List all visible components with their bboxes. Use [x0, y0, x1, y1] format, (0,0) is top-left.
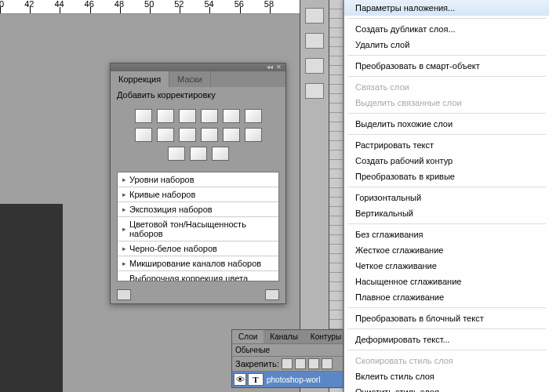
dock-paragraph-icon[interactable]: [305, 83, 324, 99]
menu-separator: [347, 55, 546, 56]
menu-item: Связать слои: [344, 79, 549, 95]
menu-item[interactable]: Удалить слой: [344, 37, 549, 53]
ruler-tick: 58: [270, 7, 300, 13]
preset-item[interactable]: Экспозиция наборов: [118, 202, 278, 217]
trash-icon[interactable]: [265, 289, 279, 300]
adjustment-icons-grid: [111, 103, 285, 167]
lock-label: Закрепить:: [235, 359, 279, 368]
menu-separator: [347, 350, 546, 350]
menu-blending-options[interactable]: Параметры наложения...: [344, 0, 549, 16]
vibrance-icon[interactable]: [223, 109, 240, 123]
dock-brush-icon[interactable]: [305, 33, 324, 49]
panel-footer: [111, 286, 285, 303]
panel-titlebar[interactable]: ◂◂ ✕: [111, 64, 285, 71]
tab-paths[interactable]: Контуры: [304, 330, 347, 343]
visibility-eye-icon[interactable]: 👁: [234, 373, 246, 386]
layer-item[interactable]: 👁 T photoshop-worl: [232, 371, 343, 387]
menu-item[interactable]: Деформировать текст...: [344, 332, 549, 347]
menu-item[interactable]: Четкое сглаживание: [344, 258, 549, 274]
panel-subhead: Добавить корректировку: [111, 87, 285, 103]
exposure-icon[interactable]: [201, 109, 218, 123]
hue-icon[interactable]: [245, 109, 262, 123]
dock-md-icon[interactable]: [305, 8, 324, 24]
close-icon[interactable]: ✕: [276, 65, 282, 70]
levels-icon[interactable]: [157, 109, 174, 123]
menu-item[interactable]: Создать дубликат слоя...: [344, 21, 549, 37]
preset-item[interactable]: Микширование каналов наборов: [118, 256, 278, 271]
bw-icon[interactable]: [157, 128, 174, 142]
menu-separator: [347, 307, 546, 308]
menu-item[interactable]: Насыщенное сглаживание: [344, 274, 549, 289]
tab-layers[interactable]: Слои: [232, 330, 264, 343]
menu-item[interactable]: Без сглаживания: [344, 227, 549, 242]
menu-item[interactable]: Очистить стиль слоя: [344, 384, 549, 392]
gradient-map-icon[interactable]: [190, 147, 207, 161]
blend-mode-select[interactable]: Обычные: [235, 346, 270, 354]
menu-item[interactable]: Вертикальный: [344, 205, 549, 221]
layers-tabs: Слои Каналы Контуры: [232, 330, 343, 343]
curves-icon[interactable]: [179, 109, 196, 123]
channel-mixer-icon[interactable]: [201, 128, 218, 142]
menu-item[interactable]: Горизонтальный: [344, 190, 549, 205]
menu-separator: [347, 223, 546, 224]
lock-transparent-icon[interactable]: [282, 358, 293, 369]
menu-item[interactable]: Плавное сглаживание: [344, 289, 549, 305]
menu-item[interactable]: Выделить похожие слои: [344, 116, 549, 132]
menu-item: Скопировать стиль слоя: [344, 353, 549, 368]
preset-item[interactable]: Кривые наборов: [118, 187, 278, 202]
threshold-icon[interactable]: [168, 147, 185, 161]
panel-tabs: Коррекция Маски: [111, 71, 285, 87]
lock-row: Закрепить:: [232, 356, 343, 371]
photo-filter-icon[interactable]: [179, 128, 196, 142]
tab-masks[interactable]: Маски: [169, 71, 211, 87]
preset-list[interactable]: Уровни наборовКривые наборовЭкспозиция н…: [117, 172, 279, 281]
preset-item[interactable]: Цветовой тон/Насыщенность наборов: [118, 217, 278, 241]
tab-channels[interactable]: Каналы: [264, 330, 304, 343]
menu-item[interactable]: Преобразовать в кривые: [344, 169, 549, 184]
preset-item[interactable]: Черно-белое наборов: [118, 241, 278, 256]
menu-item[interactable]: Создать рабочий контур: [344, 153, 549, 169]
correction-panel: ◂◂ ✕ Коррекция Маски Добавить корректиро…: [110, 63, 286, 304]
menu-separator: [347, 113, 546, 114]
horizontal-ruler: 40424446485052545658: [0, 0, 300, 14]
preset-item[interactable]: Выборочная коррекция цвета наборов: [118, 271, 278, 281]
tab-correction[interactable]: Коррекция: [111, 71, 169, 87]
menu-separator: [347, 76, 546, 77]
selective-color-icon[interactable]: [212, 147, 229, 161]
canvas-dark-area: [0, 204, 63, 392]
brightness-icon[interactable]: [135, 109, 152, 123]
layer-context-menu: Параметры наложения... Создать дубликат …: [344, 0, 549, 392]
reset-icon[interactable]: [117, 289, 131, 300]
menu-separator: [347, 328, 546, 329]
layer-name-label[interactable]: photoshop-worl: [265, 376, 320, 384]
lock-pixels-icon[interactable]: [295, 358, 306, 369]
menu-separator: [347, 134, 546, 135]
collapse-icon[interactable]: ◂◂: [267, 65, 273, 70]
blend-mode-row: Обычные: [232, 343, 343, 356]
lock-position-icon[interactable]: [308, 358, 319, 369]
menu-separator: [347, 18, 546, 19]
menu-item[interactable]: Преобразовать в блочный текст: [344, 310, 549, 326]
posterize-icon[interactable]: [245, 128, 262, 142]
menu-item: Выделить связанные слои: [344, 95, 549, 111]
menu-separator: [347, 187, 546, 187]
menu-item[interactable]: Преобразовать в смарт-объект: [344, 58, 549, 74]
menu-item[interactable]: Растрировать текст: [344, 137, 549, 153]
dock-character-icon[interactable]: [305, 58, 324, 74]
menu-item[interactable]: Вклеить стиль слоя: [344, 368, 549, 384]
layers-panel: Слои Каналы Контуры Обычные Закрепить: 👁…: [231, 329, 344, 388]
text-layer-thumb-icon: T: [248, 373, 264, 386]
lock-all-icon[interactable]: [322, 358, 333, 369]
balance-icon[interactable]: [135, 128, 152, 142]
menu-item[interactable]: Жесткое сглаживание: [344, 242, 549, 258]
invert-icon[interactable]: [223, 128, 240, 142]
preset-item[interactable]: Уровни наборов: [118, 172, 278, 187]
